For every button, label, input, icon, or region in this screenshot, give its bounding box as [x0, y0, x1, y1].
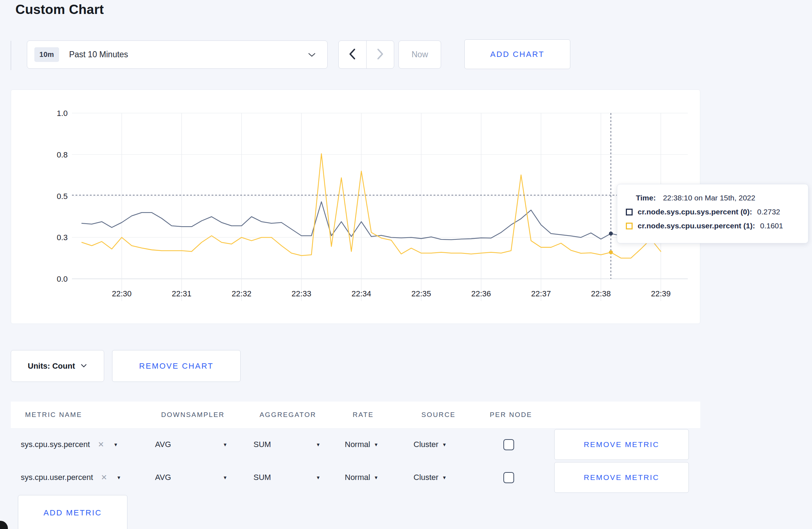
svg-text:0.0: 0.0 — [57, 275, 68, 283]
svg-text:22:39: 22:39 — [651, 289, 671, 298]
table-row: sys.cpu.sys.percent ✕ ▼ AVG ▼ SUM ▼ Norm… — [11, 428, 700, 461]
tooltip-user-name: cr.node.sys.cpu.user.percent (1): — [638, 222, 755, 230]
rate-value: Normal — [345, 473, 370, 482]
chevron-down-icon — [81, 363, 87, 369]
caret-down-icon: ▼ — [316, 475, 320, 480]
aggregator-value: SUM — [253, 440, 271, 449]
chart-svg[interactable]: 0.00.30.50.81.022:3022:3122:3222:3322:34… — [11, 90, 701, 324]
sys-series-swatch-icon — [626, 209, 633, 215]
remove-metric-button[interactable]: REMOVE METRIC — [554, 462, 689, 493]
units-select[interactable]: Units: Count — [11, 350, 104, 382]
svg-text:0.8: 0.8 — [57, 150, 68, 159]
custom-chart-page: Custom Chart 10m Past 10 Minutes Now ADD… — [0, 0, 812, 529]
caret-down-icon: ▼ — [442, 475, 447, 480]
caret-down-icon: ▼ — [442, 442, 447, 447]
svg-text:22:33: 22:33 — [291, 289, 311, 298]
metric-name-select[interactable]: sys.cpu.user.percent ✕ ▼ — [21, 473, 155, 482]
svg-text:22:38: 22:38 — [591, 289, 611, 298]
column-header-source: SOURCE — [406, 411, 478, 419]
metric-name-value: sys.cpu.user.percent — [21, 473, 93, 482]
time-nav-group — [338, 40, 394, 69]
tooltip-sys-name: cr.node.sys.cpu.sys.percent (0): — [638, 208, 752, 216]
per-node-checkbox[interactable] — [503, 472, 514, 483]
svg-text:22:37: 22:37 — [531, 289, 551, 298]
chevron-left-icon — [348, 48, 356, 61]
downsampler-value: AVG — [155, 473, 171, 482]
aggregator-select[interactable]: SUM ▼ — [245, 473, 334, 482]
per-node-checkbox[interactable] — [503, 439, 514, 450]
rate-select[interactable]: Normal ▼ — [334, 440, 402, 449]
rate-value: Normal — [345, 440, 370, 449]
caret-down-icon: ▼ — [316, 442, 320, 447]
table-row: sys.cpu.user.percent ✕ ▼ AVG ▼ SUM ▼ Nor… — [11, 461, 700, 494]
add-metric-button[interactable]: ADD METRIC — [18, 495, 127, 529]
tooltip-series-row: cr.node.sys.cpu.sys.percent (0): 0.2732 — [626, 208, 808, 216]
svg-text:0.5: 0.5 — [57, 192, 68, 201]
aggregator-select[interactable]: SUM ▼ — [245, 440, 334, 449]
remove-chart-button[interactable]: REMOVE CHART — [112, 350, 241, 382]
caret-down-icon: ▼ — [223, 475, 227, 480]
chevron-down-icon — [308, 52, 316, 57]
downsampler-value: AVG — [155, 440, 171, 449]
page-title: Custom Chart — [15, 2, 104, 17]
add-chart-button[interactable]: ADD CHART — [464, 39, 570, 69]
tooltip-sys-value: 0.2732 — [757, 208, 780, 216]
chevron-right-icon — [376, 48, 384, 61]
toolbar-divider — [11, 41, 11, 70]
column-header-per-node: PER NODE — [478, 411, 548, 419]
svg-text:22:35: 22:35 — [411, 289, 431, 298]
aggregator-value: SUM — [253, 473, 271, 482]
time-range-select[interactable]: 10m Past 10 Minutes — [27, 40, 328, 69]
rate-select[interactable]: Normal ▼ — [334, 473, 402, 482]
source-select[interactable]: Cluster ▼ — [402, 473, 474, 482]
tooltip-user-value: 0.1601 — [760, 222, 783, 230]
svg-text:22:34: 22:34 — [352, 289, 371, 298]
downsampler-select[interactable]: AVG ▼ — [155, 473, 245, 482]
tooltip-time-row: Time: 22:38:10 on Mar 15th, 2022 — [626, 194, 808, 202]
svg-text:1.0: 1.0 — [57, 109, 68, 118]
caret-down-icon: ▼ — [113, 442, 118, 447]
svg-text:22:32: 22:32 — [232, 289, 251, 298]
chat-widget[interactable] — [0, 521, 8, 529]
user-series-swatch-icon — [626, 223, 633, 229]
clear-metric-icon[interactable]: ✕ — [101, 473, 107, 482]
units-select-label: Units: Count — [28, 361, 75, 371]
metric-name-value: sys.cpu.sys.percent — [21, 440, 90, 449]
caret-down-icon: ▼ — [223, 442, 227, 447]
svg-text:22:31: 22:31 — [172, 289, 192, 298]
column-header-metric-name: METRIC NAME — [25, 411, 159, 419]
next-time-button[interactable] — [367, 41, 394, 68]
metric-name-select[interactable]: sys.cpu.sys.percent ✕ ▼ — [21, 440, 155, 449]
tooltip-series-row: cr.node.sys.cpu.user.percent (1): 0.1601 — [626, 222, 808, 230]
prev-time-button[interactable] — [339, 41, 367, 68]
caret-down-icon: ▼ — [374, 475, 378, 480]
svg-text:0.3: 0.3 — [57, 233, 68, 242]
source-value: Cluster — [414, 440, 439, 449]
chart-tooltip: Time: 22:38:10 on Mar 15th, 2022 cr.node… — [617, 184, 808, 243]
now-button[interactable]: Now — [398, 40, 441, 69]
column-header-downsampler: DOWNSAMPLER — [159, 411, 249, 419]
svg-text:22:36: 22:36 — [471, 289, 491, 298]
column-header-aggregator: AGGREGATOR — [249, 411, 338, 419]
tooltip-time-label: Time: — [636, 194, 656, 202]
svg-text:22:30: 22:30 — [112, 289, 131, 298]
time-range-badge: 10m — [34, 47, 59, 62]
source-value: Cluster — [414, 473, 439, 482]
remove-metric-button[interactable]: REMOVE METRIC — [554, 429, 689, 460]
source-select[interactable]: Cluster ▼ — [402, 440, 474, 449]
chart-card[interactable]: 0.00.30.50.81.022:3022:3122:3222:3322:34… — [11, 89, 700, 324]
caret-down-icon: ▼ — [116, 475, 121, 480]
column-header-rate: RATE — [338, 411, 406, 419]
metrics-table-header: METRIC NAME DOWNSAMPLER AGGREGATOR RATE … — [11, 402, 700, 428]
tooltip-time-value: 22:38:10 on Mar 15th, 2022 — [663, 194, 755, 202]
time-range-label: Past 10 Minutes — [69, 50, 308, 59]
downsampler-select[interactable]: AVG ▼ — [155, 440, 245, 449]
clear-metric-icon[interactable]: ✕ — [98, 440, 104, 449]
caret-down-icon: ▼ — [374, 442, 378, 447]
